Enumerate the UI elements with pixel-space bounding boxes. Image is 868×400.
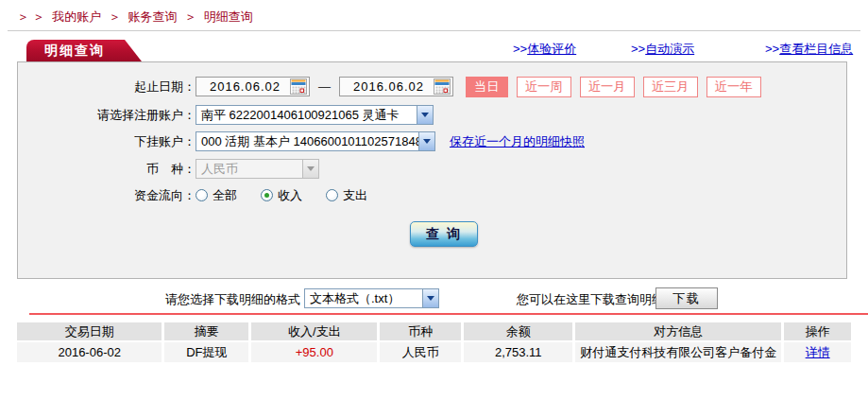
calendar-icon[interactable] xyxy=(434,78,451,95)
link-label: 体验评价 xyxy=(527,42,576,56)
sub-account-label: 下挂账户： xyxy=(18,133,196,150)
registered-account-label: 请选择注册账户： xyxy=(18,107,196,124)
date-from-input[interactable]: 2016.06.02 xyxy=(196,77,310,96)
date-range-separator: — xyxy=(318,79,331,94)
save-snapshot-link[interactable]: 保存近一个月的明细快照 xyxy=(450,133,585,150)
date-from-value: 2016.06.02 xyxy=(200,79,290,94)
link-auto-demo[interactable]: >>自动演示 xyxy=(631,41,694,58)
cell-currency: 人民币 xyxy=(380,342,461,362)
breadcrumb-item-account-query[interactable]: 账务查询 xyxy=(128,9,178,24)
col-header-amount: 收入/支出 xyxy=(251,322,377,340)
table-divider xyxy=(29,313,868,315)
page-title: 明细查询 xyxy=(44,43,105,60)
chevron-down-icon[interactable] xyxy=(418,132,434,150)
link-label: 查看栏目信息 xyxy=(779,42,853,56)
results-table: 交易日期 摘要 收入/支出 币种 余额 对方信息 操作 2016-06-02 D… xyxy=(14,321,854,364)
cell-date: 2016-06-02 xyxy=(17,342,162,362)
col-header-summary: 摘要 xyxy=(164,322,248,340)
table-header-row: 交易日期 摘要 收入/支出 币种 余额 对方信息 操作 xyxy=(17,322,851,340)
link-column-info[interactable]: >>查看栏目信息 xyxy=(765,41,853,58)
date-to-value: 2016.06.02 xyxy=(344,79,434,94)
chevron-down-icon xyxy=(302,160,318,178)
cell-counterparty: 财付通支付科技有限公司客户备付金 xyxy=(575,342,781,362)
download-button[interactable]: 下载 xyxy=(655,287,718,309)
detail-link[interactable]: 详情 xyxy=(806,345,830,359)
link-arrows: >> xyxy=(765,42,779,56)
flow-radio-expense-label: 支出 xyxy=(343,187,367,204)
flow-direction-label: 资金流向： xyxy=(18,187,196,204)
quick-range-year-button[interactable]: 近一年 xyxy=(706,77,761,97)
date-range-row: 起止日期： 2016.06.02 — 2016.06.02 xyxy=(18,76,846,97)
sub-account-value: 000 活期 基本户 1406600101102571848 xyxy=(196,133,418,150)
link-arrows: >> xyxy=(631,42,645,56)
download-format-value: 文本格式（.txt） xyxy=(305,290,422,307)
link-label: 自动演示 xyxy=(645,42,694,56)
breadcrumb-separator: ＞ xyxy=(184,9,196,24)
breadcrumb-item-my-account[interactable]: 我的账户 xyxy=(52,9,101,24)
registered-account-select[interactable]: 南平 6222001406100921065 灵通卡 xyxy=(196,105,434,125)
cell-balance: 2,753.11 xyxy=(464,342,572,362)
radio-icon[interactable] xyxy=(261,189,273,201)
flow-radio-all-label: 全部 xyxy=(213,187,237,204)
flow-radio-income[interactable]: 收入 xyxy=(261,187,302,204)
link-arrows: >> xyxy=(513,42,527,56)
sub-account-select[interactable]: 000 活期 基本户 1406600101102571848 xyxy=(196,131,435,151)
currency-value: 人民币 xyxy=(196,161,302,178)
flow-direction-row: 资金流向： 全部 收入 支出 xyxy=(18,184,846,206)
query-form-panel: 起止日期： 2016.06.02 — 2016.06.02 xyxy=(17,61,847,279)
registered-account-row: 请选择注册账户： 南平 6222001406100921065 灵通卡 xyxy=(18,104,846,126)
radio-icon[interactable] xyxy=(196,189,208,201)
radio-icon[interactable] xyxy=(326,189,338,201)
currency-select: 人民币 xyxy=(196,159,319,179)
header-divider xyxy=(8,30,860,31)
col-header-date: 交易日期 xyxy=(17,322,162,340)
col-header-currency: 币种 xyxy=(380,322,461,340)
cell-amount: +95.00 xyxy=(251,342,377,362)
download-format-label: 请您选择下载明细的格式 xyxy=(165,291,300,308)
chevron-down-icon[interactable] xyxy=(422,289,438,307)
cell-summary: DF提现 xyxy=(164,342,248,362)
breadcrumb: ＞ ＞ 我的账户 ＞ 账务查询 ＞ 明细查询 xyxy=(17,9,257,26)
quick-range-3months-button[interactable]: 近三月 xyxy=(643,77,698,97)
download-format-select[interactable]: 文本格式（.txt） xyxy=(304,288,439,308)
col-header-balance: 余额 xyxy=(464,322,572,340)
flow-radio-expense[interactable]: 支出 xyxy=(326,187,367,204)
breadcrumb-item-detail-query[interactable]: 明细查询 xyxy=(204,9,253,24)
tab-detail-query: 明细查询 xyxy=(26,40,142,61)
sub-account-row: 下挂账户： 000 活期 基本户 1406600101102571848 保存近… xyxy=(18,130,846,152)
currency-label: 币 种： xyxy=(18,161,196,178)
link-experience-rating[interactable]: >>体验评价 xyxy=(513,41,576,58)
registered-account-value: 南平 6222001406100921065 灵通卡 xyxy=(196,107,417,124)
date-range-label: 起止日期： xyxy=(18,78,196,96)
flow-radio-all[interactable]: 全部 xyxy=(196,187,237,204)
cell-action: 详情 xyxy=(784,342,851,362)
col-header-counterparty: 对方信息 xyxy=(575,322,781,340)
breadcrumb-separator: ＞ xyxy=(109,9,121,24)
col-header-action: 操作 xyxy=(784,322,851,340)
quick-range-month-button[interactable]: 近一月 xyxy=(580,77,635,97)
quick-range-today-button[interactable]: 当日 xyxy=(466,77,508,97)
calendar-icon[interactable] xyxy=(290,78,307,95)
quick-range-week-button[interactable]: 近一周 xyxy=(517,77,571,97)
currency-row: 币 种： 人民币 xyxy=(18,158,846,180)
chevron-down-icon[interactable] xyxy=(417,106,433,124)
table-row: 2016-06-02 DF提现 +95.00 人民币 2,753.11 财付通支… xyxy=(17,342,851,362)
query-button[interactable]: 查 询 xyxy=(410,221,478,247)
breadcrumb-prefix: ＞ ＞ xyxy=(17,9,45,24)
flow-radio-income-label: 收入 xyxy=(278,187,302,204)
date-to-input[interactable]: 2016.06.02 xyxy=(339,77,453,96)
